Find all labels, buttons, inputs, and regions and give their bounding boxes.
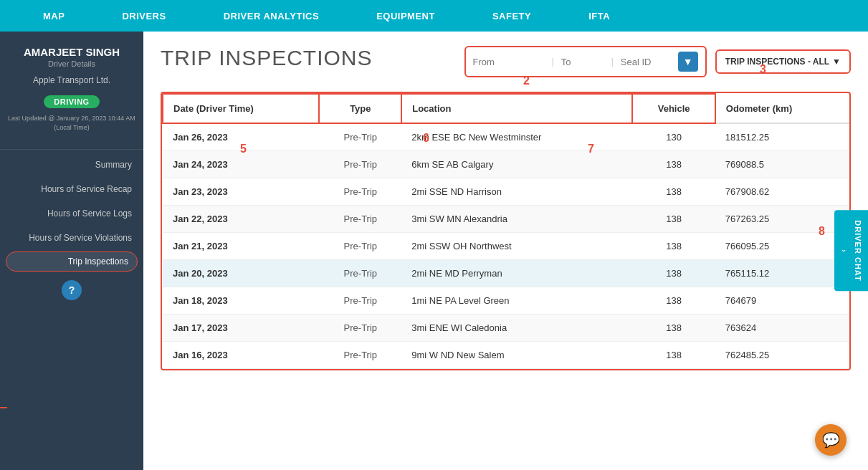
nav-equipment[interactable]: EQUIPMENT <box>348 0 464 32</box>
cell-type: Pre-Trip <box>319 123 401 151</box>
dropdown-arrow-icon: ▼ <box>832 57 841 67</box>
driver-chat-label: DRIVER CHAT <box>854 220 862 281</box>
table-row[interactable]: Jan 23, 2023 Pre-Trip 2mi SSE ND Harriso… <box>163 178 849 206</box>
filter-icon: ▼ <box>683 56 693 67</box>
trip-inspection-dropdown[interactable]: TRIP INSPECTIONS - ALL ▼ <box>715 49 851 74</box>
table-row[interactable]: Jan 16, 2023 Pre-Trip 9mi W ND New Salem… <box>163 342 849 369</box>
sidebar-item-hos-logs[interactable]: Hours of Service Logs <box>0 201 143 226</box>
driver-label: Driver Details <box>48 59 95 68</box>
cell-location: 3mi ENE WI Caledonia <box>401 315 632 342</box>
chat-bubble-button[interactable]: 💬 <box>815 424 846 456</box>
col-header-date: Date (Driver Time) <box>163 94 319 123</box>
cell-date: Jan 22, 2023 <box>163 206 319 233</box>
last-updated: Last Updated @ January 26, 2023 10:44 AM… <box>0 114 143 132</box>
page-header: TRIP INSPECTIONS | | ▼ TRIP INSPECTIONS … <box>161 46 851 77</box>
cell-location: 2km ESE BC New Westminster <box>401 123 632 151</box>
cell-location: 2mi SSW OH Northwest <box>401 233 632 260</box>
cell-date: Jan 23, 2023 <box>163 178 319 206</box>
header-controls: | | ▼ TRIP INSPECTIONS - ALL ▼ <box>464 46 851 77</box>
table-row[interactable]: Jan 26, 2023 Pre-Trip 2km ESE BC New Wes… <box>163 123 849 151</box>
sidebar-item-trip-inspections[interactable]: Trip Inspections <box>6 251 138 272</box>
cell-odometer: 765115.12 <box>715 260 849 287</box>
cell-odometer: 763624 <box>715 315 849 342</box>
table-row[interactable]: Jan 20, 2023 Pre-Trip 2mi NE MD Perryman… <box>163 260 849 287</box>
cell-vehicle: 138 <box>632 315 715 342</box>
help-button[interactable]: ? <box>62 280 82 300</box>
cell-date: Jan 20, 2023 <box>163 260 319 287</box>
cell-type: Pre-Trip <box>319 260 401 287</box>
cell-odometer: 766095.25 <box>715 233 849 260</box>
status-badge: DRIVING <box>44 95 99 108</box>
filter-button[interactable]: ▼ <box>678 52 698 72</box>
driver-name: AMARJEET SINGH <box>24 46 120 58</box>
cell-odometer: 767263.25 <box>715 206 849 233</box>
cell-location: 2mi NE MD Perryman <box>401 260 632 287</box>
cell-odometer: 769088.5 <box>715 151 849 178</box>
cell-odometer: 764679 <box>715 287 849 315</box>
trip-inspections-table: Date (Driver Time) Type Location Vehicle… <box>161 92 851 370</box>
company-name: Apple Transport Ltd. <box>33 75 110 85</box>
table-row[interactable]: Jan 18, 2023 Pre-Trip 1mi NE PA Level Gr… <box>163 287 849 315</box>
sidebar-item-hos-recap[interactable]: Hours of Service Recap <box>0 177 143 201</box>
nav-driver-analytics[interactable]: DRIVER ANALYTICS <box>195 0 348 32</box>
nav-drivers[interactable]: DRIVERS <box>93 0 194 32</box>
cell-vehicle: 138 <box>632 178 715 206</box>
cell-date: Jan 17, 2023 <box>163 315 319 342</box>
driver-chat-chevron-icon: › <box>840 249 848 252</box>
cell-odometer: 767908.62 <box>715 178 849 206</box>
filter-separator-2: | <box>611 57 614 67</box>
cell-vehicle: 130 <box>632 123 715 151</box>
col-header-odometer: Odometer (km) <box>715 94 849 123</box>
cell-date: Jan 21, 2023 <box>163 233 319 260</box>
nav-map[interactable]: MAP <box>14 0 93 32</box>
cell-type: Pre-Trip <box>319 178 401 206</box>
cell-odometer: 762485.25 <box>715 342 849 369</box>
cell-vehicle: 138 <box>632 260 715 287</box>
cell-type: Pre-Trip <box>319 287 401 315</box>
table-row[interactable]: Jan 17, 2023 Pre-Trip 3mi ENE WI Caledon… <box>163 315 849 342</box>
cell-date: Jan 26, 2023 <box>163 123 319 151</box>
chat-bubble-icon: 💬 <box>822 431 840 449</box>
cell-date: Jan 16, 2023 <box>163 342 319 369</box>
col-header-location: Location <box>401 94 632 123</box>
nav-safety[interactable]: SAFETY <box>464 0 560 32</box>
cell-vehicle: 138 <box>632 233 715 260</box>
cell-vehicle: 138 <box>632 287 715 315</box>
cell-vehicle: 138 <box>632 206 715 233</box>
cell-date: Jan 24, 2023 <box>163 151 319 178</box>
cell-vehicle: 138 <box>632 342 715 369</box>
sidebar-item-summary[interactable]: Summary <box>0 153 143 177</box>
col-header-vehicle: Vehicle <box>632 94 715 123</box>
from-input[interactable] <box>473 57 545 67</box>
cell-date: Jan 18, 2023 <box>163 287 319 315</box>
cell-type: Pre-Trip <box>319 315 401 342</box>
table-row[interactable]: Jan 22, 2023 Pre-Trip 3mi SW MN Alexandr… <box>163 206 849 233</box>
cell-type: Pre-Trip <box>319 151 401 178</box>
to-input[interactable] <box>561 57 604 67</box>
sidebar: AMARJEET SINGH Driver Details Apple Tran… <box>0 32 143 470</box>
cell-location: 6km SE AB Calgary <box>401 151 632 178</box>
cell-type: Pre-Trip <box>319 233 401 260</box>
cell-vehicle: 138 <box>632 151 715 178</box>
page-title: TRIP INSPECTIONS <box>161 46 373 70</box>
filter-bar: | | ▼ <box>464 46 707 77</box>
sidebar-item-hos-violations[interactable]: Hours of Service Violations <box>0 226 143 250</box>
cell-location: 2mi SSE ND Harrison <box>401 178 632 206</box>
col-header-type: Type <box>319 94 401 123</box>
divider <box>0 149 143 150</box>
cell-type: Pre-Trip <box>319 206 401 233</box>
top-navigation: MAP DRIVERS DRIVER ANALYTICS EQUIPMENT S… <box>0 0 868 32</box>
seal-id-input[interactable] <box>621 57 671 67</box>
nav-ifta[interactable]: IFTA <box>560 0 639 32</box>
table-row[interactable]: Jan 21, 2023 Pre-Trip 2mi SSW OH Northwe… <box>163 233 849 260</box>
dropdown-label: TRIP INSPECTIONS - ALL <box>725 57 829 67</box>
cell-location: 1mi NE PA Level Green <box>401 287 632 315</box>
cell-odometer: 181512.25 <box>715 123 849 151</box>
driver-chat-tab[interactable]: DRIVER CHAT › <box>834 210 868 291</box>
filter-separator: | <box>552 57 554 67</box>
cell-location: 9mi W ND New Salem <box>401 342 632 369</box>
cell-location: 3mi SW MN Alexandria <box>401 206 632 233</box>
table-row[interactable]: Jan 24, 2023 Pre-Trip 6km SE AB Calgary … <box>163 151 849 178</box>
main-content: TRIP INSPECTIONS | | ▼ TRIP INSPECTIONS … <box>143 32 868 470</box>
cell-type: Pre-Trip <box>319 342 401 369</box>
